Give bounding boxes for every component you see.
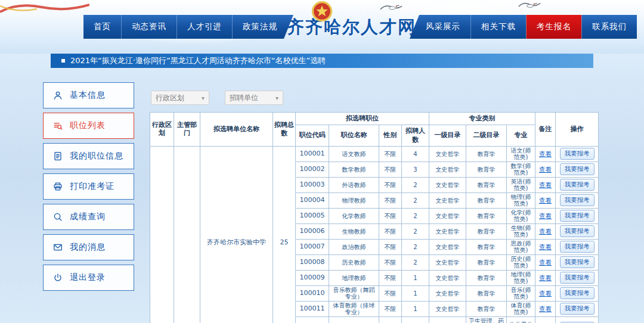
nav-item-label: 考生报名	[537, 21, 571, 32]
nav-item-contact[interactable]: 联系我们	[581, 15, 637, 39]
action-cell: 我要报考	[556, 162, 599, 177]
major-cell: 历史(师范类)	[507, 254, 535, 270]
gender-cell: 不限	[379, 285, 402, 301]
col-remark: 备注	[535, 113, 556, 147]
remark-cell: 查看	[535, 285, 556, 301]
view-link[interactable]: 查看	[539, 290, 552, 297]
headcount-cell: 2	[402, 208, 429, 223]
apply-button[interactable]: 我要报考	[560, 148, 595, 160]
col-total: 拟聘总数	[273, 113, 296, 147]
major-cell: 思政(师范类)	[507, 239, 535, 254]
action-cell: 我要报考	[556, 301, 599, 316]
nav-item-downloads[interactable]: 相关下载	[470, 15, 526, 39]
major-cell: 语文(师范类)	[507, 146, 535, 162]
level1-cell: 文史哲学	[429, 192, 466, 208]
position-name-cell: 校医	[329, 316, 379, 323]
level1-cell: 文史哲学	[429, 270, 466, 285]
sidebar-item-label: 退出登录	[70, 272, 106, 283]
headcount-cell: 2	[402, 192, 429, 208]
remark-cell: 查看	[535, 270, 556, 285]
headcount-cell: 1	[402, 285, 429, 301]
view-link[interactable]: 查看	[539, 259, 552, 266]
employer-filter-select[interactable]: 招聘单位 ▾	[225, 91, 283, 105]
sidebar-item-logout[interactable]: 退出登录	[43, 265, 134, 291]
apply-button[interactable]: 我要报考	[560, 241, 595, 253]
nav-item-label: 联系我们	[592, 21, 627, 32]
col-name: 职位名称	[329, 125, 379, 147]
apply-button[interactable]: 我要报考	[560, 272, 595, 284]
sidebar-item-label: 我的职位信息	[70, 151, 123, 162]
major-cell: 公共卫生管理	[507, 316, 535, 323]
nav-item-home[interactable]: 首页	[83, 15, 121, 39]
sidebar-item-label: 基本信息	[70, 90, 106, 101]
gender-cell: 不限	[379, 254, 402, 270]
sidebar-item-label: 职位列表	[70, 120, 106, 131]
apply-button[interactable]: 我要报考	[560, 210, 595, 222]
headcount-cell: 4	[402, 146, 429, 162]
sidebar-item-score-query[interactable]: 成绩查询	[43, 204, 134, 230]
level2-cell: 教育学	[466, 239, 507, 254]
col-gender: 性别	[379, 125, 402, 147]
banner: 首页动态资讯人才引进政策法规 齐齐哈尔人才网 风采展示相关下载考生报名联系我们	[0, 0, 644, 54]
position-code-cell: 100001	[296, 146, 329, 162]
major-cell: 地理(师范类)	[507, 270, 535, 285]
level1-cell: 文史哲学	[429, 223, 466, 239]
view-link[interactable]: 查看	[539, 243, 552, 250]
remark-cell: 查看	[535, 177, 556, 192]
headcount-cell: 2	[402, 177, 429, 192]
apply-button[interactable]: 我要报考	[560, 303, 595, 315]
position-name-cell: 外语教师	[329, 177, 379, 192]
table-body: 齐齐哈尔市实验中学25100001 语文教师 不限 4 文史哲学 教育学 语文(…	[150, 146, 599, 323]
major-cell: 体育(师范类)	[507, 301, 535, 316]
nav-item-talent-intro[interactable]: 人才引进	[177, 15, 232, 39]
national-emblem-icon	[311, 1, 333, 22]
list-search-icon	[52, 120, 63, 131]
level2-cell: 教育学	[466, 146, 507, 162]
position-name-cell: 化学教师	[329, 208, 379, 223]
position-name-cell: 音乐教师（舞蹈专业）	[329, 285, 379, 301]
sidebar-item-print-admission-ticket[interactable]: 打印准考证	[43, 173, 134, 200]
level2-cell: 教育学	[466, 162, 507, 177]
col-group-majors: 专业类别	[429, 113, 535, 125]
sidebar-item-my-messages[interactable]: 我的消息	[43, 234, 134, 260]
region-filter-select[interactable]: 行政区划 ▾	[151, 91, 209, 105]
major-cell: 物理(师范类)	[507, 192, 535, 208]
sidebar-item-position-list[interactable]: 职位列表	[43, 113, 134, 139]
apply-button[interactable]: 我要报考	[560, 163, 595, 175]
view-link[interactable]: 查看	[539, 305, 552, 312]
table-head: 行政区划 主管部门 拟选聘单位名称 拟聘总数 拟选聘职位 专业类别 备注 操作 …	[150, 113, 599, 147]
view-link[interactable]: 查看	[539, 274, 552, 281]
sidebar-item-label: 我的消息	[70, 242, 106, 253]
action-cell: 我要报考	[556, 254, 599, 270]
view-link[interactable]: 查看	[539, 197, 552, 204]
position-code-cell: 100010	[296, 285, 329, 301]
nav-item-showcase[interactable]: 风采展示	[416, 15, 470, 39]
remark-cell: 查看	[535, 239, 556, 254]
employer-name-cell: 齐齐哈尔市实验中学	[200, 146, 273, 323]
apply-button[interactable]: 我要报考	[560, 225, 595, 237]
position-code-cell: 100003	[296, 177, 329, 192]
nav-item-news[interactable]: 动态资讯	[121, 15, 177, 39]
sidebar-item-basic-info[interactable]: 基本信息	[43, 82, 134, 108]
level1-cell: 文史哲学	[429, 239, 466, 254]
view-link[interactable]: 查看	[539, 150, 552, 157]
view-link[interactable]: 查看	[539, 228, 552, 235]
level2-cell: 教育学	[466, 208, 507, 223]
view-link[interactable]: 查看	[539, 212, 552, 219]
notice-bar[interactable]: 2021年“振兴龙江·邀你同行”黑龙江人才周活动齐齐哈尔市“名校优生”选聘	[51, 54, 593, 68]
nav-item-policies[interactable]: 政策法规	[232, 15, 287, 39]
position-name-cell: 地理教师	[329, 270, 379, 285]
apply-button[interactable]: 我要报考	[560, 179, 595, 191]
headcount-cell: 2	[402, 239, 429, 254]
col-code: 职位代码	[296, 125, 329, 147]
nav-item-candidate-signup[interactable]: 考生报名	[526, 15, 581, 39]
apply-button[interactable]: 我要报考	[560, 287, 595, 299]
apply-button[interactable]: 我要报考	[560, 256, 595, 268]
view-link[interactable]: 查看	[539, 181, 552, 188]
apply-button[interactable]: 我要报考	[560, 194, 595, 206]
view-link[interactable]: 查看	[539, 166, 552, 173]
action-cell: 我要报考	[556, 316, 599, 323]
headcount-cell: 3	[402, 162, 429, 177]
sidebar-item-my-position-info[interactable]: 我的职位信息	[43, 143, 134, 169]
mail-icon	[52, 242, 63, 253]
